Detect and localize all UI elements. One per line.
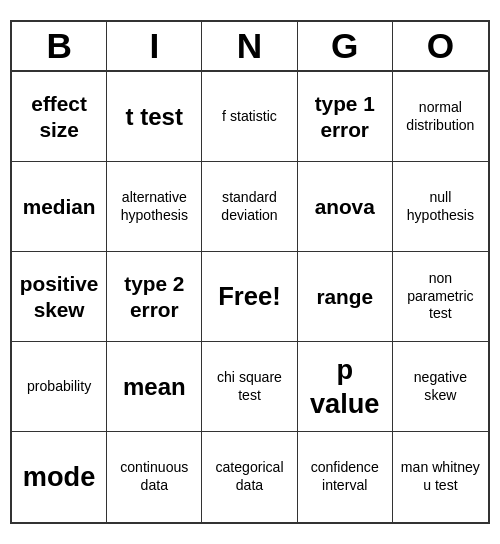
cell-text: Free!: [218, 281, 281, 313]
cell-text: confidence interval: [302, 459, 388, 494]
cell-text: type 1 error: [302, 91, 388, 143]
bingo-cell: range: [298, 252, 393, 342]
cell-text: standard deviation: [206, 189, 292, 224]
cell-text: mode: [23, 460, 96, 494]
bingo-card: BINGO effect sizet testf statistictype 1…: [10, 20, 490, 524]
cell-text: type 2 error: [111, 271, 197, 323]
cell-text: positive skew: [16, 271, 102, 323]
bingo-cell: f statistic: [202, 72, 297, 162]
bingo-cell: Free!: [202, 252, 297, 342]
bingo-cell: categorical data: [202, 432, 297, 522]
bingo-cell: alternative hypothesis: [107, 162, 202, 252]
bingo-cell: median: [12, 162, 107, 252]
header-letter: B: [12, 22, 107, 70]
cell-text: categorical data: [206, 459, 292, 494]
cell-text: mean: [123, 372, 186, 402]
bingo-cell: probability: [12, 342, 107, 432]
cell-text: range: [316, 284, 373, 310]
bingo-cell: continuous data: [107, 432, 202, 522]
cell-text: probability: [27, 378, 91, 396]
bingo-cell: type 1 error: [298, 72, 393, 162]
bingo-cell: positive skew: [12, 252, 107, 342]
bingo-cell: anova: [298, 162, 393, 252]
cell-text: continuous data: [111, 459, 197, 494]
cell-text: anova: [315, 194, 375, 220]
bingo-cell: type 2 error: [107, 252, 202, 342]
bingo-cell: mean: [107, 342, 202, 432]
bingo-cell: standard deviation: [202, 162, 297, 252]
cell-text: alternative hypothesis: [111, 189, 197, 224]
cell-text: non parametric test: [397, 270, 484, 323]
cell-text: null hypothesis: [397, 189, 484, 224]
bingo-cell: mode: [12, 432, 107, 522]
bingo-cell: effect size: [12, 72, 107, 162]
header-letter: O: [393, 22, 488, 70]
bingo-cell: t test: [107, 72, 202, 162]
bingo-cell: p value: [298, 342, 393, 432]
bingo-cell: normal distribution: [393, 72, 488, 162]
bingo-header: BINGO: [12, 22, 488, 72]
cell-text: t test: [126, 102, 183, 132]
cell-text: median: [23, 194, 96, 220]
bingo-cell: man whitney u test: [393, 432, 488, 522]
cell-text: man whitney u test: [397, 459, 484, 494]
cell-text: effect size: [16, 91, 102, 143]
cell-text: negative skew: [397, 369, 484, 404]
header-letter: G: [298, 22, 393, 70]
cell-text: f statistic: [222, 108, 277, 126]
header-letter: I: [107, 22, 202, 70]
bingo-cell: negative skew: [393, 342, 488, 432]
bingo-cell: null hypothesis: [393, 162, 488, 252]
cell-text: normal distribution: [397, 99, 484, 134]
bingo-cell: confidence interval: [298, 432, 393, 522]
bingo-cell: non parametric test: [393, 252, 488, 342]
header-letter: N: [202, 22, 297, 70]
cell-text: p value: [302, 353, 388, 421]
cell-text: chi square test: [206, 369, 292, 404]
bingo-grid: effect sizet testf statistictype 1 error…: [12, 72, 488, 522]
bingo-cell: chi square test: [202, 342, 297, 432]
